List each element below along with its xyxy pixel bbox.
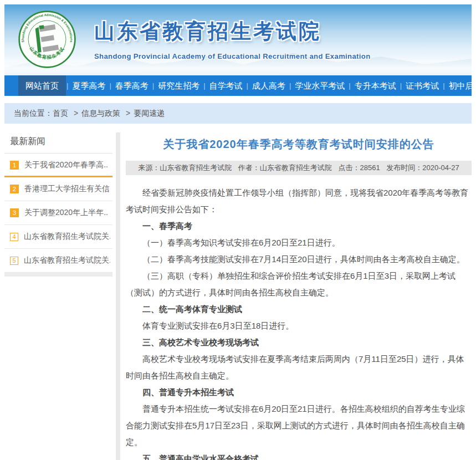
nav-separator: | — [109, 81, 111, 90]
vertical-divider — [116, 132, 120, 460]
meta-date-label: 发布时间： — [386, 163, 422, 172]
article-section-heading: 三、高校艺术专业校考现场考试 — [126, 334, 472, 351]
article-paragraph: 高校艺术专业校考现场考试安排在夏季高考结束后两周内（7月11日至25日）进行，具… — [126, 351, 472, 384]
site-subtitle: Shandong Provincial Academy of Education… — [94, 52, 371, 60]
news-item-4[interactable]: 4 山东省教育招生考试院关... — [4, 225, 112, 249]
nav-item-home[interactable]: 网站首页 — [18, 75, 66, 96]
breadcrumb-news[interactable]: 要闻速递 — [134, 109, 165, 117]
article-section-heading: 二、统一高考体育专业测试 — [126, 301, 472, 318]
news-rank-badge: 1 — [10, 161, 19, 170]
breadcrumb-info-policy[interactable]: 信息与政策 — [81, 109, 120, 117]
nav-separator: | — [66, 81, 68, 90]
news-rank-badge: 2 — [10, 185, 19, 193]
news-item-3[interactable]: 3 关于调整2020年上半年.. — [4, 201, 112, 225]
nav-separator: | — [349, 81, 350, 90]
meta-source-value: 山东省教育招生考试院 — [160, 163, 232, 172]
article-paragraph: 经省委新冠肺炎疫情处置工作领导小组（指挥部）同意，现将我省2020年春季高考等教… — [126, 185, 472, 218]
news-item-label: 关于调整2020年上半年.. — [24, 208, 108, 218]
meta-date-value: 2020-04-27 — [422, 163, 459, 172]
nav-separator: | — [400, 81, 402, 90]
nav-item-spring-gaokao[interactable]: 春季高考 — [112, 75, 152, 96]
article-section-heading: 五、普通高中学业水平合格考试 — [126, 451, 472, 460]
nav-item-adult-gaokao[interactable]: 成人高考 — [249, 75, 289, 96]
site-banner: Shandong Educational Admission & Examina… — [4, 4, 472, 75]
nav-item-graduate[interactable]: 研究生招考 — [155, 75, 203, 96]
breadcrumb-separator: > — [126, 109, 130, 117]
breadcrumb: 当前位置：首页 >信息与政策 >要闻速递 — [4, 103, 472, 124]
news-item-label: 山东省教育招生考试院关... — [24, 255, 110, 265]
article-title: 关于我省2020年春季高考等教育考试时间安排的公告 — [126, 137, 472, 152]
article-paragraph: 普通专升本招生统一考试安排在6月20日至21日进行。各招生高校组织的自荐考生专业… — [126, 401, 472, 451]
meta-source-label: 来源： — [138, 163, 160, 172]
site-logo: Shandong Educational Admission & Examina… — [18, 10, 76, 69]
breadcrumb-prefix: 当前位置： — [14, 109, 53, 117]
news-item-label: 山东省教育招生考试院关... — [24, 232, 110, 242]
content-area: 最新新闻 1 关于我省2020年春季高.. 2 香港理工大学招生有关信... 3… — [4, 132, 472, 460]
site-title: 山东省教育招生考试院 — [94, 18, 371, 45]
nav-separator: | — [247, 81, 248, 90]
main-nav: 网站首页 | 夏季高考 | 春季高考 | 研究生招考 | 自学考试 | 成人高考… — [4, 75, 472, 96]
meta-author-label: 作者： — [238, 163, 260, 172]
page: Shandong Educational Admission & Examina… — [4, 4, 472, 460]
article-paragraph: （三）高职（专科）单独招生和综合评价招生考试安排在6月1日至3日，采取网上考试（… — [126, 268, 472, 301]
sidebar-title: 最新新闻 — [4, 132, 112, 154]
news-item-label: 关于我省2020年春季高.. — [24, 160, 108, 170]
nav-item-academic-level[interactable]: 学业水平考试 — [291, 75, 348, 96]
breadcrumb-separator: > — [74, 109, 78, 117]
nav-item-summer-gaokao[interactable]: 夏季高考 — [69, 75, 109, 96]
news-item-1[interactable]: 1 关于我省2020年春季高.. — [4, 154, 112, 177]
meta-author-value: 山东省教育招生考试院 — [260, 163, 332, 172]
news-item-5[interactable]: 5 山东省教育招生考试院关... — [4, 249, 112, 273]
news-rank-badge: 5 — [10, 257, 18, 265]
article-section-heading: 一、春季高考 — [126, 218, 472, 234]
news-rank-badge: 4 — [10, 233, 18, 241]
news-sidebar: 最新新闻 1 关于我省2020年春季高.. 2 香港理工大学招生有关信... 3… — [4, 132, 112, 277]
article-paragraph: （二）春季高考技能测试安排在7月14日至20日进行，具体时间由各主考高校自主确定… — [126, 251, 472, 268]
meta-clicks-label: 点击： — [338, 163, 360, 172]
site-titles: 山东省教育招生考试院 Shandong Provincial Academy o… — [94, 18, 371, 60]
nav-separator: | — [203, 81, 205, 90]
meta-clicks-value: 28561 — [360, 163, 380, 172]
article-section-heading: 四、普通专升本招生考试 — [126, 384, 472, 401]
article: 关于我省2020年春季高考等教育考试时间安排的公告 来源：山东省教育招生考试院 … — [126, 132, 472, 460]
nav-item-self-study[interactable]: 自学考试 — [206, 75, 246, 96]
article-meta: 来源：山东省教育招生考试院 作者：山东省教育招生考试院 点击：28561 发布时… — [126, 161, 472, 175]
nav-separator: | — [443, 81, 444, 90]
breadcrumb-home[interactable]: 首页 — [53, 109, 68, 117]
article-paragraph: （一）春季高考知识考试安排在6月20日至21日进行。 — [126, 234, 472, 251]
news-item-label: 香港理工大学招生有关信... — [24, 184, 110, 194]
news-item-2[interactable]: 2 香港理工大学招生有关信... — [4, 177, 112, 201]
nav-item-zhuanshengben[interactable]: 专升本考试 — [351, 75, 400, 96]
nav-item-vocational[interactable]: 初中后高职招生 — [446, 75, 476, 96]
nav-separator: | — [152, 81, 154, 90]
news-rank-badge: 3 — [10, 208, 19, 217]
nav-separator: | — [289, 81, 291, 90]
article-body: 经省委新冠肺炎疫情处置工作领导小组（指挥部）同意，现将我省2020年春季高考等教… — [126, 175, 472, 460]
nav-item-certificate[interactable]: 证书考试 — [402, 75, 442, 96]
article-paragraph: 体育专业测试安排在6月3日至18日进行。 — [126, 318, 472, 334]
